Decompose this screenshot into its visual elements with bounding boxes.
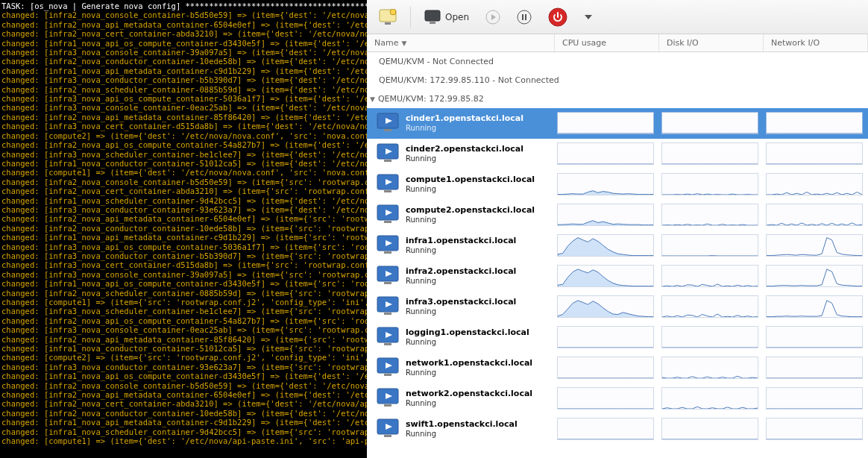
col-net-label: Network I/O [771,38,820,48]
vm-state: Running [406,307,553,316]
svg-rect-35 [384,343,391,345]
cpu-sparkline [557,326,654,348]
vm-row[interactable]: compute1.openstackci.localRunning [367,169,868,200]
vm-name: infra1.openstackci.local [406,236,553,245]
vm-row[interactable]: compute2.openstackci.localRunning [367,200,868,230]
svg-rect-44 [384,435,391,437]
disk-sparkline [661,142,758,165]
monitor-play-icon [376,173,400,194]
vm-row[interactable]: network1.openstackci.localRunning [367,353,868,383]
col-cpu-label: CPU usage [562,38,606,48]
sort-chevron-icon: ▼ [401,40,406,47]
monitor-play-icon [376,326,400,347]
vm-row[interactable]: swift1.openstackci.localRunning [367,414,868,445]
connection-row[interactable]: QEMU/KVM - Not Connected [367,52,868,71]
net-sparkline [766,173,863,195]
connection-row[interactable]: QEMU/KVM: 172.99.85.110 - Not Connected [367,71,868,90]
pause-icon [517,10,532,25]
vm-name: logging1.openstackci.local [406,327,553,337]
net-sparkline [766,387,863,410]
svg-point-7 [518,10,531,24]
vm-name: network1.openstackci.local [406,358,553,368]
col-header-disk[interactable]: Disk I/O [659,34,764,51]
disk-sparkline [661,418,758,440]
col-header-name[interactable]: Name ▼ [367,34,555,51]
svg-rect-20 [384,190,391,192]
svg-rect-38 [384,374,391,376]
vm-state: Running [406,245,553,255]
virt-manager-window: Open Name ▼ CPU usage Disk I/O Network I… [367,0,868,458]
svg-rect-26 [384,251,391,254]
connection-label: QEMU/KVM: 172.99.85.82 [378,94,484,104]
net-sparkline [766,204,863,226]
column-headers: Name ▼ CPU usage Disk I/O Network I/O [367,34,868,52]
run-button[interactable] [482,6,503,28]
svg-rect-17 [384,160,391,162]
vm-row[interactable]: logging1.openstackci.localRunning [367,322,868,353]
vm-state: Running [406,215,553,225]
vm-row[interactable]: cinder1.openstackci.localRunning [367,108,868,139]
pause-button[interactable] [514,6,535,28]
col-disk-label: Disk I/O [667,38,699,48]
monitor-play-icon [376,142,400,163]
svg-rect-8 [522,14,523,20]
disk-sparkline [661,295,758,318]
cpu-sparkline [557,265,654,287]
vm-row[interactable]: infra3.openstackci.localRunning [367,292,868,322]
chevron-down-icon [584,13,593,22]
svg-marker-12 [585,15,592,19]
disk-sparkline [661,387,758,410]
vm-name: compute1.openstackci.local [406,175,553,184]
col-header-net[interactable]: Network I/O [764,34,868,51]
vm-name: network2.openstackci.local [406,389,553,398]
disk-sparkline [661,234,758,257]
vm-list[interactable]: QEMU/KVM - Not ConnectedQEMU/KVM: 172.99… [367,52,868,458]
cpu-sparkline [557,234,654,257]
monitor-play-icon [376,357,400,377]
net-sparkline [766,326,863,348]
net-sparkline [766,234,863,257]
vm-state: Running [406,123,553,133]
monitor-play-icon [376,265,400,286]
svg-rect-29 [384,282,391,284]
net-sparkline [766,112,863,134]
vm-row[interactable]: cinder2.openstackci.localRunning [367,139,868,169]
vm-state: Running [406,184,553,194]
monitor-play-icon [376,387,400,408]
cpu-sparkline [557,295,654,318]
connection-row-expanded[interactable]: ▼ QEMU/KVM: 172.99.85.82 [367,90,868,108]
net-sparkline [766,295,863,318]
monitor-new-icon [379,9,397,25]
expand-chevron-icon: ▼ [370,95,375,103]
monitor-icon [424,10,441,25]
shutdown-button[interactable] [545,6,570,28]
vm-row[interactable]: infra1.openstackci.localRunning [367,230,868,261]
vm-row[interactable]: infra2.openstackci.localRunning [367,261,868,292]
svg-point-2 [390,9,396,15]
vm-name: cinder2.openstackci.local [406,144,553,154]
vm-row[interactable]: network2.openstackci.localRunning [367,383,868,414]
power-icon [548,7,567,27]
col-name-label: Name [374,38,398,48]
disk-sparkline [661,204,758,226]
play-icon [485,10,500,25]
svg-rect-4 [430,22,435,24]
cpu-sparkline [557,204,654,226]
svg-rect-14 [384,129,391,131]
disk-sparkline [661,265,758,287]
shutdown-menu-button[interactable] [581,6,596,28]
monitor-play-icon [376,234,400,255]
vm-name: compute2.openstackci.local [406,205,553,215]
vm-state: Running [406,429,553,439]
net-sparkline [766,418,863,440]
cpu-sparkline [557,357,654,379]
disk-sparkline [661,112,758,134]
monitor-play-icon [376,204,400,225]
terminal-pane[interactable]: TASK: [os_nova | Generate nova config] *… [0,0,367,458]
open-button[interactable]: Open [421,6,472,28]
new-vm-button[interactable] [376,6,400,28]
monitor-play-icon [376,418,400,439]
svg-rect-3 [425,10,440,21]
net-sparkline [766,357,863,379]
col-header-cpu[interactable]: CPU usage [555,34,659,51]
